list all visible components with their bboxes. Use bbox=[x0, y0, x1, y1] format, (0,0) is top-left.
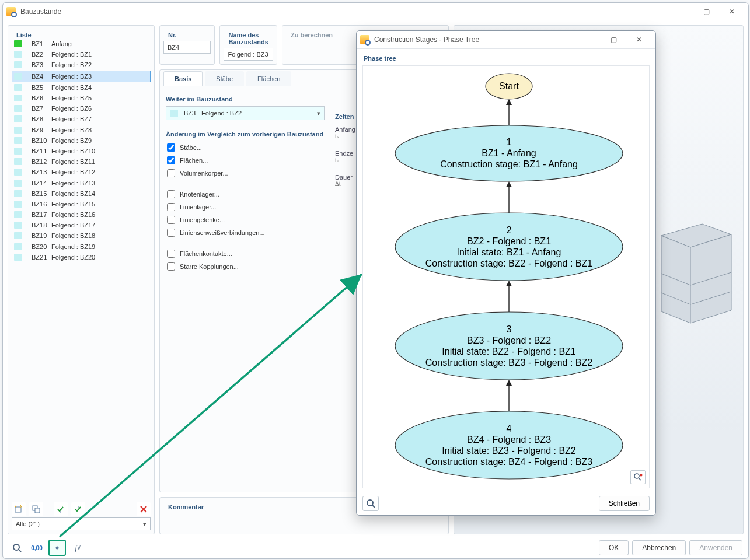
list-item[interactable]: BZ13Folgend : BZ12 bbox=[12, 167, 151, 177]
nr-panel: Nr. BZ4 bbox=[159, 25, 215, 65]
list-item[interactable]: BZ2Folgend : BZ1 bbox=[12, 49, 151, 60]
tab-staebe[interactable]: Stäbe bbox=[205, 71, 244, 86]
list-item[interactable]: BZ15Folgend : BZ14 bbox=[12, 188, 151, 199]
filter-dropdown[interactable]: Alle (21) bbox=[12, 517, 151, 530]
color-swatch-icon bbox=[14, 137, 22, 144]
list-item[interactable]: BZ19Folgend : BZ18 bbox=[12, 230, 151, 241]
model-preview-icon bbox=[655, 218, 737, 329]
checkbox[interactable] bbox=[167, 156, 175, 164]
phase-tree-title: Phase tree bbox=[364, 55, 650, 62]
svg-point-45 bbox=[367, 500, 373, 506]
new-item-button[interactable] bbox=[12, 502, 26, 516]
list-item-id: BZ15 bbox=[32, 190, 51, 197]
duplicate-button[interactable] bbox=[29, 502, 43, 516]
list-item[interactable]: BZ9Folgend : BZ8 bbox=[12, 125, 151, 135]
list-item[interactable]: BZ4Folgend : BZ3 bbox=[12, 71, 151, 82]
list-item[interactable]: BZ7Folgend : BZ6 bbox=[12, 103, 151, 114]
svg-text:1: 1 bbox=[507, 137, 512, 147]
list-item-name: Folgend : BZ19 bbox=[51, 243, 95, 250]
checkbox[interactable] bbox=[167, 216, 175, 224]
color-swatch-icon bbox=[14, 243, 22, 250]
list-item-name: Folgend : BZ3 bbox=[51, 73, 92, 80]
svg-point-11 bbox=[13, 544, 19, 550]
filter-value: Alle (21) bbox=[16, 520, 40, 527]
maximize-button[interactable]: ▢ bbox=[693, 4, 719, 20]
check-in-button[interactable] bbox=[54, 502, 68, 516]
cancel-button[interactable]: Abbrechen bbox=[632, 540, 686, 555]
list-item[interactable]: BZ3Folgend : BZ2 bbox=[12, 60, 151, 70]
list-item[interactable]: BZ20Folgend : BZ19 bbox=[12, 242, 151, 252]
name-input[interactable]: Folgend : BZ3 bbox=[224, 48, 273, 61]
svg-marker-30 bbox=[506, 281, 512, 286]
checkbox[interactable] bbox=[167, 203, 175, 211]
list-item[interactable]: BZ21Folgend : BZ20 bbox=[12, 252, 151, 262]
color-swatch-icon bbox=[14, 201, 22, 208]
color-swatch-icon bbox=[14, 105, 22, 112]
list-item[interactable]: BZ5Folgend : BZ4 bbox=[12, 82, 151, 93]
phase-maximize-button[interactable]: ▢ bbox=[601, 32, 626, 48]
phase-help-button[interactable] bbox=[362, 496, 379, 511]
phase-tree-window: Construction Stages - Phase Tree — ▢ ✕ P… bbox=[356, 30, 656, 516]
list-toolbar bbox=[12, 502, 151, 516]
main-titlebar: Bauzustände — ▢ ✕ bbox=[3, 3, 748, 20]
svg-line-12 bbox=[19, 550, 21, 552]
list-item[interactable]: BZ8Folgend : BZ7 bbox=[12, 114, 151, 124]
list-item[interactable]: BZ1Anfang bbox=[12, 38, 151, 49]
list-item[interactable]: BZ14Folgend : BZ13 bbox=[12, 177, 151, 188]
list-item[interactable]: BZ10Folgend : BZ9 bbox=[12, 135, 151, 146]
checkbox[interactable] bbox=[167, 250, 175, 258]
list-item-id: BZ2 bbox=[32, 51, 51, 58]
svg-text:Start: Start bbox=[499, 81, 519, 91]
tab-basis[interactable]: Basis bbox=[163, 71, 203, 86]
checkbox[interactable] bbox=[167, 169, 175, 177]
checkbox-label: Linienlager... bbox=[180, 204, 216, 211]
list-item-id: BZ6 bbox=[32, 94, 51, 102]
list-item-name: Folgend : BZ5 bbox=[51, 94, 92, 102]
units-button[interactable]: 0,00 bbox=[29, 540, 45, 555]
app-icon bbox=[360, 35, 369, 44]
apply-button[interactable]: Anwenden bbox=[689, 540, 742, 555]
footer-bar: 0,00 f𝕀 OK Abbrechen Anwenden bbox=[3, 537, 748, 558]
close-button[interactable]: ✕ bbox=[719, 4, 745, 20]
svg-text:Construction stage: BZ1 - Anfa: Construction stage: BZ1 - Anfang bbox=[440, 159, 578, 169]
svg-text:Construction stage: BZ4 - Folg: Construction stage: BZ4 - Folgend : BZ3 bbox=[425, 457, 592, 467]
nr-label: Nr. bbox=[163, 29, 211, 38]
nr-input[interactable]: BZ4 bbox=[163, 41, 211, 54]
phase-tree-canvas[interactable]: Start1BZ1 - AnfangConstruction stage: BZ… bbox=[362, 65, 650, 488]
tab-flaechen[interactable]: Flächen bbox=[246, 71, 291, 86]
zoom-reset-button[interactable] bbox=[630, 470, 646, 484]
list-item[interactable]: BZ17Folgend : BZ16 bbox=[12, 209, 151, 220]
list-body[interactable]: BZ1AnfangBZ2Folgend : BZ1BZ3Folgend : BZ… bbox=[12, 38, 151, 500]
function-button[interactable]: f𝕀 bbox=[69, 540, 86, 555]
checkbox-label: Stäbe... bbox=[180, 144, 202, 151]
color-swatch-icon bbox=[14, 148, 22, 155]
delete-button[interactable] bbox=[137, 502, 151, 516]
continue-dropdown[interactable]: BZ3 - Folgend : BZ2 bbox=[166, 106, 325, 120]
list-item[interactable]: BZ18Folgend : BZ17 bbox=[12, 220, 151, 230]
color-swatch-icon bbox=[14, 51, 22, 58]
list-item[interactable]: BZ12Folgend : BZ11 bbox=[12, 156, 151, 167]
svg-text:BZ3 - Folgend : BZ2: BZ3 - Folgend : BZ2 bbox=[467, 335, 551, 345]
list-item-id: BZ4 bbox=[32, 73, 51, 80]
phase-minimize-button[interactable]: — bbox=[575, 32, 601, 48]
phase-tree-button[interactable] bbox=[48, 540, 66, 556]
swatch-icon bbox=[170, 110, 178, 117]
name-panel: Name des Bauzustands Folgend : BZ3 bbox=[219, 25, 277, 65]
svg-text:Construction stage: BZ3 - Folg: Construction stage: BZ3 - Folgend : BZ2 bbox=[425, 358, 592, 368]
help-button[interactable] bbox=[9, 540, 25, 555]
list-item[interactable]: BZ11Folgend : BZ10 bbox=[12, 146, 151, 156]
svg-rect-3 bbox=[35, 508, 40, 513]
list-item-name: Folgend : BZ15 bbox=[51, 201, 95, 208]
list-item[interactable]: BZ16Folgend : BZ15 bbox=[12, 199, 151, 209]
ok-button[interactable]: OK bbox=[599, 540, 629, 555]
phase-close-dialog-button[interactable]: Schließen bbox=[599, 496, 650, 511]
checkbox[interactable] bbox=[167, 190, 175, 198]
list-item-name: Folgend : BZ16 bbox=[51, 211, 95, 218]
checkbox[interactable] bbox=[167, 262, 175, 271]
checkbox[interactable] bbox=[167, 144, 175, 152]
minimize-button[interactable]: — bbox=[668, 4, 693, 20]
check-out-button[interactable] bbox=[71, 502, 85, 516]
checkbox[interactable] bbox=[167, 229, 175, 237]
phase-close-button[interactable]: ✕ bbox=[626, 32, 652, 48]
list-item[interactable]: BZ6Folgend : BZ5 bbox=[12, 93, 151, 103]
